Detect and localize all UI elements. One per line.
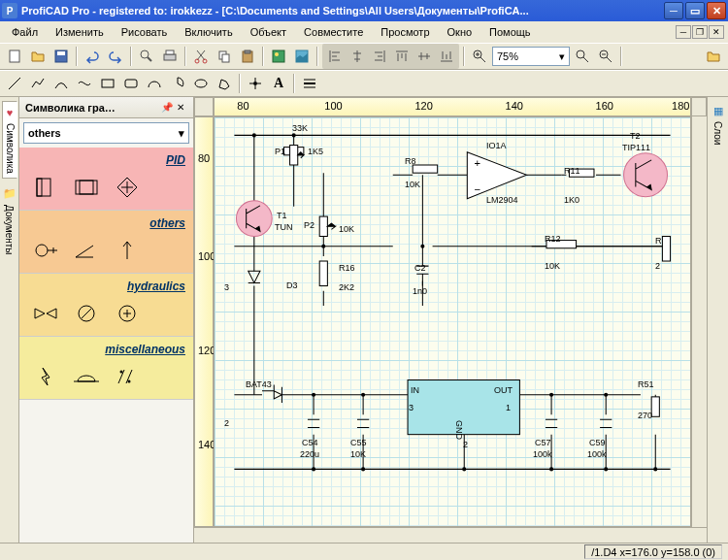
menu-draw[interactable]: Рисовать — [114, 24, 176, 40]
ruler-tick: 80 — [237, 100, 248, 112]
print-button[interactable] — [159, 46, 181, 67]
undo-button[interactable] — [82, 46, 103, 67]
zoom-in-button[interactable] — [572, 46, 593, 67]
ruler-tick: 160 — [596, 100, 613, 112]
category-pid[interactable]: PID — [19, 148, 193, 211]
svg-point-21 — [253, 82, 257, 85]
combo-value: others — [28, 127, 61, 139]
arc-tool[interactable] — [144, 73, 165, 94]
mdi-close-button[interactable]: ✕ — [709, 25, 724, 39]
polygon-tool[interactable] — [214, 73, 235, 94]
component-label: P1 — [275, 147, 285, 156]
menu-help[interactable]: Помощь — [481, 24, 539, 40]
line-style-button[interactable] — [299, 73, 320, 94]
menu-object[interactable]: Объект — [243, 24, 294, 40]
panel-close-icon[interactable]: ✕ — [174, 101, 187, 115]
pie-tool[interactable] — [167, 73, 188, 94]
paste-button[interactable] — [237, 46, 258, 67]
symbol-preview[interactable] — [31, 238, 60, 263]
print-preview-button[interactable] — [136, 46, 157, 67]
cut-button[interactable] — [190, 46, 212, 67]
align-top-button[interactable] — [391, 46, 413, 67]
open-folder-button[interactable] — [703, 46, 724, 67]
category-others[interactable]: others — [19, 211, 193, 274]
menu-window[interactable]: Окно — [440, 24, 480, 40]
open-button[interactable] — [27, 46, 49, 67]
category-title: PID — [27, 153, 185, 167]
menu-edit[interactable]: Изменить — [48, 24, 112, 40]
symbol-preview[interactable] — [31, 364, 60, 389]
symbol-preview[interactable] — [31, 175, 60, 200]
copy-button[interactable] — [214, 46, 235, 67]
svg-rect-50 — [290, 146, 298, 165]
align-center-h-button[interactable] — [347, 46, 368, 67]
menu-insert[interactable]: Включить — [177, 24, 240, 40]
symbol-preview[interactable] — [72, 238, 101, 263]
symbol-preview[interactable] — [113, 175, 142, 200]
category-combo[interactable]: others ▾ — [23, 122, 189, 144]
svg-point-45 — [236, 201, 272, 237]
symbol-preview[interactable] — [72, 364, 101, 389]
component-capacitor — [600, 419, 612, 427]
menu-view[interactable]: Просмотр — [373, 24, 437, 40]
mdi-restore-button[interactable]: ❐ — [692, 25, 708, 39]
curve-tool[interactable] — [50, 73, 72, 94]
pin-icon[interactable]: 📌 — [160, 101, 174, 115]
svg-rect-5 — [166, 50, 174, 54]
text-tool[interactable]: A — [268, 73, 289, 94]
rounded-rect-tool[interactable] — [120, 73, 142, 94]
vertical-scrollbar[interactable] — [691, 116, 707, 527]
vertical-ruler[interactable]: 80 100 120 140 — [194, 116, 214, 527]
left-tab-symbols[interactable]: ♥ Символика — [2, 101, 17, 179]
rectangle-tool[interactable] — [97, 73, 118, 94]
symbol-preview[interactable] — [113, 301, 142, 326]
zoom-button[interactable] — [469, 46, 490, 67]
component-label: TUN — [275, 222, 293, 232]
menu-file[interactable]: Файл — [4, 24, 46, 40]
align-center-v-button[interactable] — [414, 46, 435, 67]
status-bar: /1.D4 x=176.0 y=158.0 (0) — [0, 543, 728, 560]
insert-image-1-button[interactable] — [268, 46, 289, 67]
svg-point-36 — [361, 393, 365, 397]
horizontal-ruler[interactable]: 80 100 120 140 160 180 — [214, 97, 691, 116]
zoom-out-button[interactable] — [595, 46, 616, 67]
connection-tool[interactable] — [245, 73, 266, 94]
component-label: 2 — [224, 418, 229, 428]
symbol-preview[interactable] — [72, 175, 101, 200]
component-capacitor — [357, 419, 369, 427]
align-left-button[interactable] — [324, 46, 346, 67]
right-tab-layers[interactable]: ▦ Слои — [711, 101, 726, 148]
horizontal-scrollbar[interactable] — [194, 527, 707, 543]
close-button[interactable]: ✕ — [707, 2, 726, 19]
new-button[interactable] — [4, 46, 25, 67]
symbol-preview[interactable] — [31, 301, 60, 326]
svg-point-20 — [195, 80, 207, 87]
category-hydraulics[interactable]: hydraulics — [19, 274, 193, 337]
category-miscellaneous[interactable]: miscellaneous — [19, 337, 193, 400]
minimize-button[interactable]: ─ — [664, 2, 683, 19]
align-bottom-button[interactable] — [436, 46, 457, 67]
mdi-minimize-button[interactable]: ─ — [676, 25, 691, 39]
app-icon: P — [2, 3, 17, 18]
insert-image-2-button[interactable] — [291, 46, 313, 67]
left-tab-documents[interactable]: 📁 Документы — [2, 182, 17, 260]
zoom-select[interactable]: 75% ▾ — [492, 47, 570, 66]
ellipse-tool[interactable] — [190, 73, 212, 94]
symbol-preview[interactable] — [113, 364, 142, 389]
svg-rect-18 — [102, 80, 114, 87]
window-title: ProfiCAD Pro - registered to: irokkezz -… — [21, 5, 664, 16]
symbol-preview[interactable] — [113, 238, 142, 263]
bezier-tool[interactable] — [74, 73, 95, 94]
polyline-tool[interactable] — [27, 73, 49, 94]
save-button[interactable] — [50, 46, 72, 67]
symbol-preview[interactable] — [72, 301, 101, 326]
svg-point-30 — [128, 380, 131, 383]
component-label: 3 — [224, 282, 229, 292]
drawing-canvas[interactable]: + − — [214, 116, 691, 527]
menu-align[interactable]: Совместите — [296, 24, 371, 40]
component-label: C57 — [535, 438, 551, 447]
maximize-button[interactable]: ▭ — [685, 2, 705, 19]
line-tool[interactable] — [4, 73, 25, 94]
align-right-button[interactable] — [369, 46, 390, 67]
redo-button[interactable] — [105, 46, 126, 67]
